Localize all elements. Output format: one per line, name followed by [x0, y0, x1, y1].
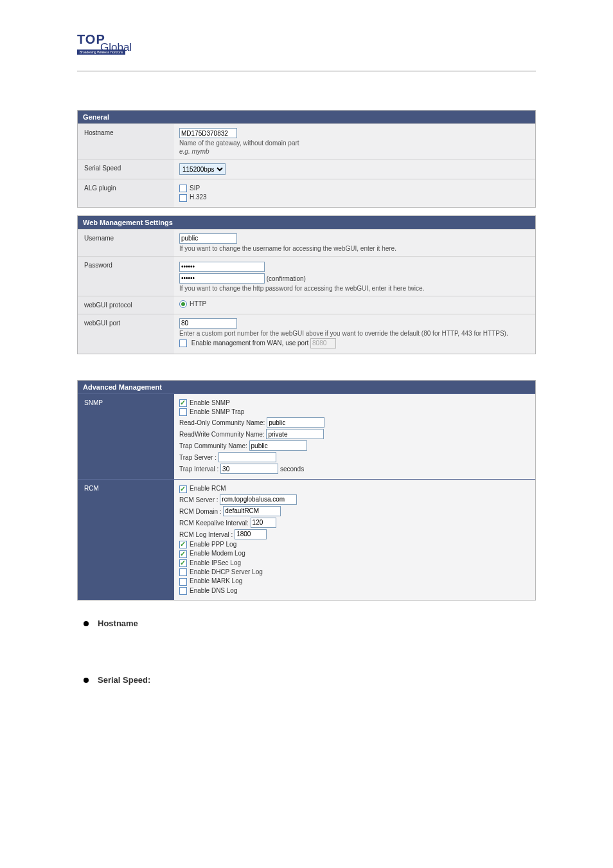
port-input[interactable] — [179, 318, 237, 329]
body-text: Hostname Serial Speed: — [77, 613, 536, 717]
web-panel: Web Management Settings Username If you … — [77, 215, 536, 354]
rcm-loginterval-label: RCM Log Interval : — [179, 530, 233, 538]
modem-log-checkbox[interactable] — [179, 550, 187, 558]
trap-interval-label: Trap Interval : — [179, 466, 218, 473]
port-hint: Enter a custom port number for the webGU… — [179, 330, 530, 337]
wan-port-input: 8080 — [310, 338, 336, 348]
hostname-label: Hostname — [78, 124, 174, 159]
enable-snmp-checkbox[interactable] — [179, 399, 187, 407]
general-header: General — [78, 111, 535, 123]
username-label: Username — [78, 230, 174, 256]
password-input[interactable] — [179, 262, 265, 272]
wan-mgmt-checkbox[interactable] — [179, 339, 187, 347]
ro-comm-input[interactable] — [267, 417, 324, 428]
logo: TOP Global Broadening Wireless Horizons — [77, 32, 148, 63]
enable-rcm-checkbox[interactable] — [179, 485, 187, 493]
h323-label: H.323 — [190, 194, 207, 201]
sip-checkbox[interactable] — [179, 185, 187, 192]
hostname-hint2: e.g. mymb — [179, 148, 530, 155]
trap-comm-input[interactable] — [249, 440, 307, 451]
http-label: HTTP — [190, 300, 206, 307]
rcm-server-input[interactable] — [220, 494, 297, 505]
sip-label: SIP — [190, 185, 200, 192]
advanced-header: Advanced Management — [78, 381, 535, 393]
dns-log-checkbox[interactable] — [179, 587, 187, 595]
ppp-log-label: Enable PPP Log — [190, 541, 236, 548]
bt-serial-title: Serial Speed — [98, 675, 148, 685]
web-header: Web Management Settings — [78, 216, 535, 229]
serial-label: Serial Speed — [78, 159, 174, 179]
modem-log-label: Enable Modem Log — [190, 550, 245, 557]
header-bar: TOP Global Broadening Wireless Horizons — [77, 32, 536, 71]
password-confirm-input[interactable] — [179, 273, 265, 284]
username-hint: If you want to change the username for a… — [179, 245, 530, 252]
dhcp-log-checkbox[interactable] — [179, 568, 187, 576]
rcm-server-label: RCM Server : — [179, 496, 218, 503]
bt-hostname-title: Hostname — [98, 619, 138, 628]
ipsec-log-label: Enable IPSec Log — [190, 559, 241, 566]
enable-snmp-trap-label: Enable SNMP Trap — [190, 408, 244, 415]
wan-mgmt-label: Enable management from WAN, use port — [191, 339, 309, 347]
trap-server-input[interactable] — [218, 452, 276, 462]
dns-log-label: Enable DNS Log — [190, 587, 238, 594]
rw-comm-input[interactable] — [266, 429, 324, 439]
rw-comm-label: ReadWrite Community Name: — [179, 431, 265, 438]
trap-interval-input[interactable] — [220, 464, 278, 474]
bt-hostname-body1 — [98, 634, 138, 647]
bt-serial-colon: : — [148, 675, 150, 685]
seconds-label: seconds — [280, 466, 304, 473]
general-panel: General Hostname Name of the gateway, wi… — [77, 110, 536, 208]
trap-comm-label: Trap Community Name: — [179, 442, 247, 449]
rcm-domain-input[interactable] — [223, 506, 281, 516]
bullet-icon — [84, 621, 89, 626]
logo-text-global: Global — [100, 41, 132, 54]
snmp-label: SNMP — [78, 394, 174, 480]
serial-speed-select[interactable]: 115200bps — [179, 163, 226, 175]
bt-serial-body — [98, 691, 150, 717]
rcm-label: RCM — [78, 480, 174, 600]
dhcp-log-label: Enable DHCP Server Log — [190, 568, 263, 575]
bt-hostname-body2 — [98, 647, 138, 660]
ro-comm-label: Read-Only Community Name: — [179, 419, 265, 426]
enable-snmp-label: Enable SNMP — [190, 399, 230, 406]
rcm-loginterval-input[interactable] — [235, 529, 267, 539]
rcm-domain-label: RCM Domain : — [179, 507, 222, 514]
mark-log-checkbox[interactable] — [179, 578, 187, 586]
confirm-label: (confirmation) — [267, 275, 306, 282]
figure-label — [77, 362, 536, 371]
alg-label: ALG plugin — [78, 179, 174, 207]
http-radio[interactable] — [179, 300, 187, 308]
rcm-keepalive-label: RCM Keepalive Interval: — [179, 519, 249, 526]
advanced-panel: Advanced Management SNMP Enable SNMP Ena… — [77, 380, 536, 601]
hostname-hint1: Name of the gateway, without domain part — [179, 140, 530, 147]
section-title — [77, 97, 536, 106]
ipsec-log-checkbox[interactable] — [179, 559, 187, 567]
username-input[interactable] — [179, 233, 237, 244]
password-label: Password — [78, 257, 174, 296]
enable-snmp-trap-checkbox[interactable] — [179, 408, 187, 416]
hostname-input[interactable] — [179, 128, 237, 138]
ppp-log-checkbox[interactable] — [179, 541, 187, 548]
mark-log-label: Enable MARK Log — [190, 577, 242, 584]
trap-server-label: Trap Server : — [179, 454, 217, 461]
rcm-keepalive-input[interactable] — [251, 518, 276, 528]
enable-rcm-label: Enable RCM — [190, 485, 226, 492]
bullet-icon — [84, 678, 89, 683]
h323-checkbox[interactable] — [179, 194, 187, 202]
password-hint: If you want to change the http password … — [179, 285, 530, 292]
port-label: webGUI port — [78, 314, 174, 354]
protocol-label: webGUI protocol — [78, 296, 174, 314]
